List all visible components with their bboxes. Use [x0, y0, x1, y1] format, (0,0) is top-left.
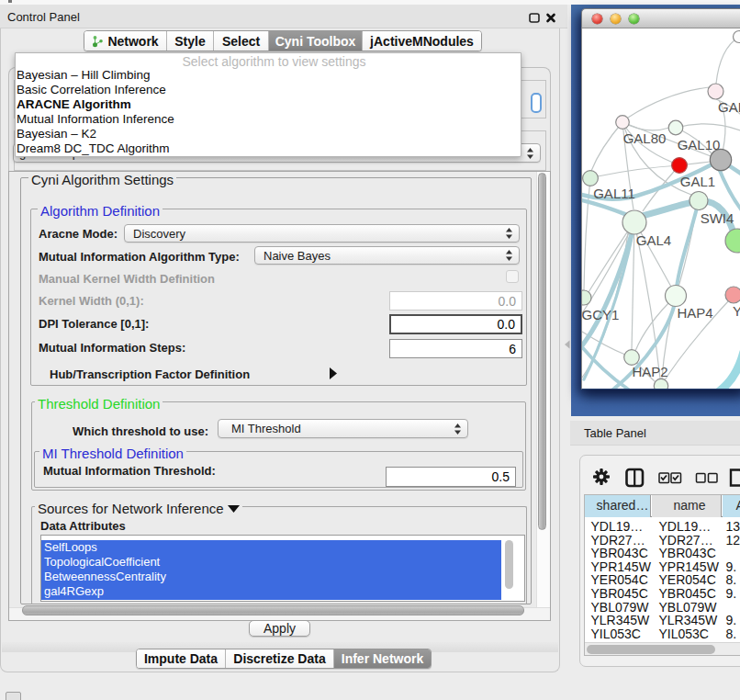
svg-text:YJ: YJ	[733, 303, 740, 319]
svg-text:GAL7: GAL7	[718, 99, 740, 115]
svg-text:GAL11: GAL11	[593, 186, 635, 201]
svg-text:GCY1: GCY1	[582, 307, 619, 322]
svg-text:GAL10: GAL10	[678, 137, 721, 152]
svg-text:SWI4: SWI4	[701, 210, 734, 226]
svg-text:HAP4: HAP4	[677, 305, 712, 321]
svg-text:GAL1: GAL1	[680, 174, 715, 189]
svg-text:HAP2: HAP2	[632, 364, 667, 379]
svg-text:GAL4: GAL4	[636, 232, 671, 248]
svg-text:GAL80: GAL80	[623, 130, 667, 146]
